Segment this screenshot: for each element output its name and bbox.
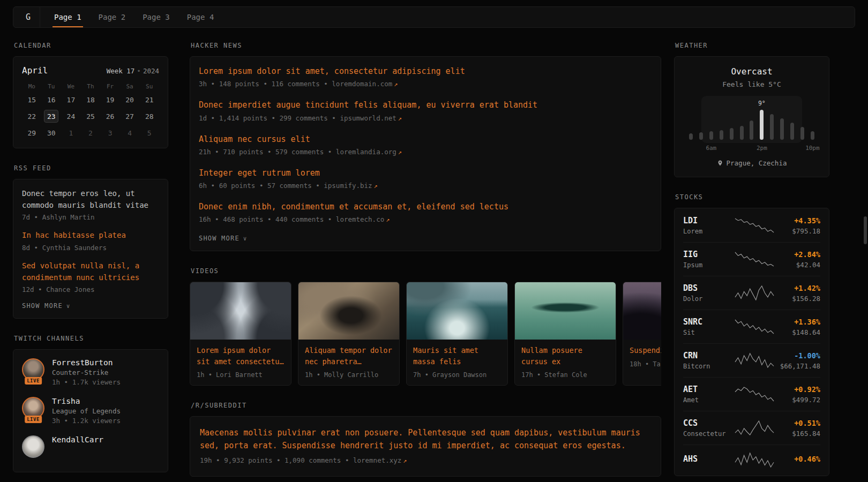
calendar-day[interactable]: 1 (64, 126, 78, 139)
chevron-down-icon: ∨ (66, 303, 71, 310)
subreddit-post-title[interactable]: Maecenas mollis pulvinar erat non posuer… (200, 426, 651, 452)
stock-change: +2.84% (775, 250, 820, 259)
calendar-day[interactable]: 26 (103, 110, 117, 123)
calendar-week: Week 17 (107, 67, 135, 75)
video-title[interactable]: Aliquam tempor dolor nec pharetra… (305, 345, 393, 367)
stock-id: CCS Consectetur (683, 418, 734, 438)
calendar-day[interactable]: 4 (123, 126, 137, 139)
stock-id: CRN Bitcorn (683, 351, 734, 370)
hackernews-item-title[interactable]: Donec imperdiet augue tincidunt felis al… (199, 99, 652, 111)
calendar-day[interactable]: 28 (142, 110, 156, 123)
calendar-day[interactable]: 30 (44, 126, 58, 139)
hackernews-item-meta-text: 6h • 60 points • 57 comments • ipsumify.… (199, 182, 372, 190)
location-pin-icon (717, 160, 723, 167)
stock-price: $66,171.48 (775, 362, 820, 370)
stock-sparkline (734, 352, 775, 368)
rss-show-more-button[interactable]: SHOW MORE ∨ (22, 302, 71, 310)
external-link-icon[interactable]: ↗ (398, 148, 402, 156)
external-link-icon[interactable]: ↗ (374, 182, 378, 190)
topbar: G Page 1Page 2Page 3Page 4 (13, 6, 855, 28)
rss-item-title[interactable]: Sed volutpat nulla nisl, a condimentum n… (22, 260, 159, 283)
rss-item: Sed volutpat nulla nisl, a condimentum n… (22, 260, 159, 293)
rss-widget: Donec tempor eros leo, ut commodo mauris… (13, 179, 168, 319)
calendar-day-header: Fr (107, 83, 114, 90)
rss-list: Donec tempor eros leo, ut commodo mauris… (22, 188, 159, 293)
stock-row[interactable]: SNRC Sit +1.36% $148.64 (683, 310, 820, 344)
page-tab[interactable]: Page 1 (53, 7, 83, 27)
calendar-day[interactable]: 22 (25, 110, 39, 123)
hackernews-show-more-button[interactable]: SHOW MORE ∨ (199, 235, 248, 242)
video-card[interactable]: Suspendisse diam 18h • Tara (623, 282, 661, 386)
stock-row[interactable]: IIG Ipsum +2.84% $42.04 (683, 243, 820, 276)
page-tab[interactable]: Page 4 (185, 7, 216, 27)
channel-name[interactable]: KendallCarr (52, 435, 103, 444)
calendar-day[interactable]: 19 (103, 93, 117, 106)
stock-row[interactable]: LDI Lorem +4.35% $795.18 (683, 209, 820, 243)
channel-viewers: 3h • 1.2k viewers (52, 417, 121, 425)
calendar-week-year: Week 17•2024 (107, 67, 159, 75)
rss-item: In hac habitasse platea 8d • Cynthia Sau… (22, 230, 159, 252)
calendar-day[interactable]: 20 (123, 93, 137, 106)
stock-name: Amet (683, 396, 734, 404)
video-card[interactable]: Nullam posuere cursus ex 17h • Stefan Co… (514, 282, 616, 386)
calendar-day[interactable]: 16 (44, 93, 58, 106)
video-card[interactable]: Aliquam tempor dolor nec pharetra… 1h • … (298, 282, 400, 386)
hackernews-item-title[interactable]: Donec enim nibh, condimentum et accumsan… (199, 201, 652, 213)
dashboard-page: G Page 1Page 2Page 3Page 4 CALENDAR Apri… (0, 6, 868, 482)
stock-row[interactable]: AHS +0.46% (683, 445, 820, 475)
stock-sparkline (734, 452, 775, 468)
calendar-day[interactable]: 5 (142, 126, 156, 139)
hackernews-item-title[interactable]: Integer eget rutrum lorem (199, 167, 652, 179)
stock-row[interactable]: CCS Consectetur +0.51% $165.84 (683, 411, 820, 445)
channel-game: League of Legends (52, 407, 121, 415)
hackernews-item-title[interactable]: Aliquam nec cursus elit (199, 133, 652, 146)
video-title[interactable]: Nullam posuere cursus ex (521, 345, 609, 367)
section-title-subreddit: /R/SUBREDDIT (191, 402, 661, 409)
rss-item-title[interactable]: Donec tempor eros leo, ut commodo mauris… (22, 188, 159, 211)
hackernews-item-title[interactable]: Lorem ipsum dolor sit amet, consectetur … (199, 65, 652, 78)
video-title[interactable]: Lorem ipsum dolor sit amet consectetu… (197, 345, 285, 367)
weather-bar: 10pm (809, 122, 816, 152)
calendar-day[interactable]: 25 (83, 110, 98, 123)
app-logo[interactable]: G (17, 7, 40, 27)
stock-row[interactable]: DBS Dolor +1.42% $156.28 (683, 276, 820, 310)
channel-name[interactable]: Trisha (52, 397, 121, 405)
video-title[interactable]: Suspendisse diam (630, 345, 661, 356)
external-link-icon[interactable]: ↗ (403, 457, 407, 464)
calendar-day[interactable]: 17 (64, 93, 78, 106)
calendar-day[interactable]: 15 (25, 93, 39, 106)
calendar-day[interactable]: 23 (44, 110, 58, 123)
stock-row[interactable]: CRN Bitcorn -1.00% $66,171.48 (683, 344, 820, 378)
video-card[interactable]: Mauris sit amet massa felis 7h • Grayson… (406, 282, 508, 386)
video-body: Suspendisse diam 18h • Tara (623, 340, 661, 374)
calendar-day[interactable]: 27 (123, 110, 137, 123)
stock-name: Sit (683, 329, 734, 336)
external-link-icon[interactable]: ↗ (394, 80, 398, 88)
video-card[interactable]: Lorem ipsum dolor sit amet consectetu… 1… (190, 282, 291, 386)
calendar-day[interactable]: 2 (83, 126, 98, 139)
channel-name[interactable]: ForrestBurton (52, 358, 121, 367)
weather-bar-fill (709, 131, 713, 140)
scrollbar-thumb[interactable] (864, 216, 867, 244)
external-link-icon[interactable]: ↗ (386, 216, 390, 223)
video-title[interactable]: Mauris sit amet massa felis (413, 345, 501, 367)
calendar-day[interactable]: 3 (103, 126, 117, 139)
rss-item-title[interactable]: In hac habitasse platea (22, 230, 159, 242)
rss-item: Donec tempor eros leo, ut commodo mauris… (22, 188, 159, 221)
page-tab[interactable]: Page 2 (97, 7, 128, 27)
stock-row[interactable]: AET Amet +0.92% $499.72 (683, 378, 820, 411)
twitch-channel[interactable]: KendallCarr (22, 435, 159, 458)
page-tab[interactable]: Page 3 (141, 7, 171, 27)
calendar-day[interactable]: 24 (64, 110, 78, 123)
stock-values: +1.42% $156.28 (775, 284, 820, 303)
calendar-day[interactable]: 29 (25, 126, 39, 139)
external-link-icon[interactable]: ↗ (398, 115, 402, 122)
twitch-channel[interactable]: LIVE Trisha League of Legends 3h • 1.2k … (22, 397, 159, 425)
section-title-weather: WEATHER (675, 42, 829, 49)
twitch-channel[interactable]: LIVE ForrestBurton Counter-Strike 1h • 1… (22, 358, 159, 386)
calendar-day-header: We (68, 83, 74, 90)
video-body: Lorem ipsum dolor sit amet consectetu… 1… (190, 340, 291, 385)
hackernews-item-meta-text: 1d • 1,414 points • 299 comments • ipsum… (199, 114, 396, 122)
calendar-day[interactable]: 21 (142, 93, 156, 106)
calendar-day[interactable]: 18 (83, 93, 98, 106)
